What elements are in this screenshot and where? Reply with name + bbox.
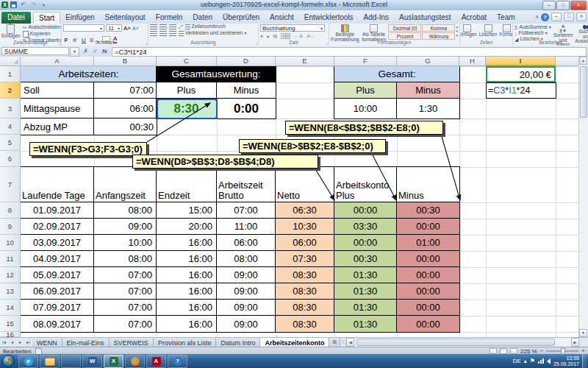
cell-G12[interactable]: 00:00 [397, 267, 459, 283]
align-middle-icon[interactable] [159, 24, 167, 29]
cell-B12[interactable]: 07:00 [94, 267, 157, 283]
cell-B11[interactable]: 08:00 [94, 251, 157, 267]
column-header-partial[interactable] [556, 57, 579, 66]
fill-button[interactable]: ↓Füllbereich [514, 31, 551, 36]
taskbar-ie-icon[interactable]: e [18, 355, 38, 368]
cell-E12[interactable]: 08:30 [276, 267, 334, 283]
cell-B9[interactable]: 09:00 [94, 219, 157, 235]
cell-D14[interactable]: 09:00 [217, 300, 276, 316]
table-header-F7[interactable]: Arbeitskonto Plus [334, 167, 397, 202]
cell-a2-soll[interactable]: Soll [21, 82, 94, 99]
cell-D9[interactable]: 11:00 [217, 219, 276, 235]
cell-b4-abzug-value[interactable]: 00:30 [94, 118, 157, 135]
row-header-6[interactable]: 6 [0, 151, 21, 167]
formula-callout-1[interactable]: =WENN(F3>G3;F3-G3;0) [29, 142, 147, 156]
scroll-down-icon[interactable]: ▼ [579, 329, 587, 337]
row-header-9[interactable]: 9 [0, 219, 21, 235]
row-header-14[interactable]: 14 [0, 300, 21, 316]
cell-C8[interactable]: 15:00 [157, 202, 217, 219]
cell-f1-title[interactable]: Gesamt: [334, 66, 459, 82]
row-header-2[interactable]: 2 [0, 82, 21, 99]
column-header-B[interactable]: B [94, 57, 157, 66]
cell-d3-minus-value[interactable]: 0:00 [217, 99, 276, 118]
column-header-D[interactable]: D [217, 57, 276, 66]
start-button[interactable] [2, 355, 15, 367]
align-center-icon[interactable] [159, 31, 167, 36]
normal-view-icon[interactable] [490, 348, 497, 354]
page-break-view-icon[interactable] [510, 348, 517, 354]
ribbon-tab-einf-gen[interactable]: Einfügen [60, 12, 99, 24]
row-header-1[interactable]: 1 [0, 66, 21, 82]
row-header-8[interactable]: 8 [0, 202, 21, 219]
comma-style-icon[interactable]: 000 [281, 33, 290, 39]
cell-B13[interactable]: 07:00 [94, 283, 157, 300]
cell-D8[interactable]: 07:00 [217, 202, 276, 219]
ribbon-tab-berpr-fen[interactable]: Überprüfen [218, 12, 265, 24]
taskbar-acrobat-icon[interactable]: A [146, 355, 166, 368]
cell-C13[interactable]: 16:00 [157, 283, 217, 300]
formula-callout-2[interactable]: =WENN(E8<$B$2;$B$2-E8;0) [285, 121, 443, 135]
taskbar-word-icon[interactable]: W [82, 355, 102, 368]
cell-A15[interactable]: 08.09.2017 [21, 316, 94, 332]
cell-A9[interactable]: 02.09.2017 [21, 219, 94, 235]
cell-c2-plus[interactable]: Plus [157, 82, 217, 99]
percent-style-icon[interactable]: % [273, 34, 277, 39]
orientation-icon[interactable]: ⤢ [179, 24, 183, 29]
cell-C12[interactable]: 16:00 [157, 267, 217, 283]
zoom-slider[interactable] [546, 350, 578, 352]
font-name-select[interactable] [63, 24, 104, 32]
cell-style-prozent[interactable]: Prozent [388, 32, 421, 40]
cell-C14[interactable]: 16:00 [157, 300, 217, 316]
font-dialog-launcher[interactable]: ⌟ [145, 40, 147, 46]
formula-callout-4[interactable]: =WENN(D8>$B$3;D8-$B$4;D8) [132, 155, 318, 169]
ribbon-tab-daten[interactable]: Daten [187, 12, 218, 24]
insert-function-icon[interactable]: fx [100, 47, 110, 55]
action-center-flag-icon[interactable]: ⚑ [530, 358, 535, 364]
increase-decimal-icon[interactable]: ←,0 [294, 34, 302, 38]
cell-B8[interactable]: 08:00 [94, 202, 157, 219]
delete-cells-button[interactable]: Löschen [479, 24, 498, 38]
cell-D13[interactable]: 09:00 [217, 283, 276, 300]
scroll-left-icon[interactable]: ◀ [346, 338, 354, 347]
scroll-up-icon[interactable]: ▲ [579, 57, 587, 65]
column-header-F[interactable]: F [334, 57, 397, 66]
align-left-icon[interactable] [150, 31, 157, 36]
cell-C15[interactable]: 16:00 [157, 316, 217, 332]
cell-i1-stundenlohn[interactable]: 20,00 € [486, 66, 556, 82]
show-desktop-button[interactable] [582, 354, 587, 368]
scroll-right-icon[interactable]: ▶ [571, 338, 579, 347]
cell-D10[interactable]: 06:00 [217, 235, 276, 251]
name-box-chevron-icon[interactable]: ▾ [70, 47, 79, 57]
vertical-scroll-thumb[interactable] [580, 66, 587, 118]
cell-b2-soll-value[interactable]: 07:00 [94, 82, 157, 99]
cell-g2-minus[interactable]: Minus [397, 82, 459, 99]
insert-cells-button[interactable]: Einfügen [460, 24, 477, 38]
ribbon-tab-entwicklertools[interactable]: Entwicklertools [299, 12, 359, 24]
cell-E9[interactable]: 10:30 [276, 219, 334, 235]
maximize-button[interactable]: □ [556, 1, 570, 10]
column-header-I[interactable]: I [486, 57, 556, 66]
formula-callout-3[interactable]: =WENN(E8>$B$2;E8-$B$2;0) [239, 139, 386, 153]
cell-G10[interactable]: 01:00 [397, 235, 459, 251]
cell-B10[interactable]: 10:00 [94, 235, 157, 251]
cell-f2-plus[interactable]: Plus [334, 82, 397, 99]
copy-button[interactable]: Kopieren [23, 31, 62, 38]
help-icon[interactable]: ? [541, 13, 549, 21]
shrink-font-icon[interactable]: A˅ [132, 26, 139, 31]
column-header-A[interactable]: A [21, 57, 94, 66]
cell-a1-title[interactable]: Arbeitszeiten: [21, 66, 157, 82]
cell-C11[interactable]: 16:00 [157, 251, 217, 267]
column-header-E[interactable]: E [276, 57, 334, 66]
file-tab[interactable]: Datei [1, 12, 31, 24]
cell-style-w-hrung[interactable]: Währung [422, 32, 455, 40]
grow-font-icon[interactable]: A˄ [123, 25, 131, 32]
cell-A14[interactable]: 07.09.2017 [21, 300, 94, 316]
number-dialog-launcher[interactable]: ⌟ [326, 40, 328, 46]
cell-d2-minus[interactable]: Minus [217, 82, 276, 99]
merge-center-button[interactable]: Verbinden und zentrieren [179, 31, 246, 36]
language-indicator[interactable]: DE [513, 358, 521, 364]
alignment-dialog-launcher[interactable]: ⌟ [255, 40, 257, 46]
cell-D12[interactable]: 09:00 [217, 267, 276, 283]
minimize-button[interactable]: – [542, 1, 556, 10]
table-header-G7[interactable]: Minus [397, 167, 459, 202]
